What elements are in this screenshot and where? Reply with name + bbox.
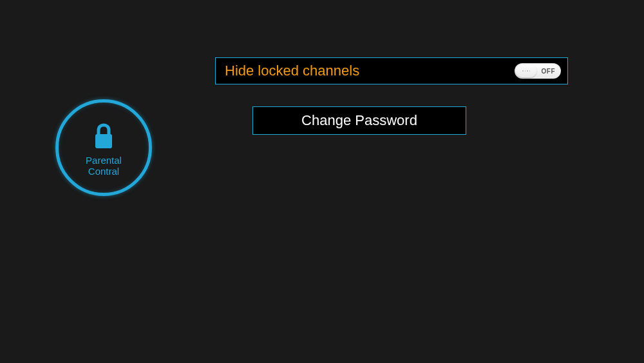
badge-title-line1: Parental	[86, 155, 122, 166]
change-password-button[interactable]: Change Password	[252, 106, 466, 135]
hide-locked-label: Hide locked channels	[225, 63, 359, 79]
toggle-knob	[516, 64, 536, 77]
badge-title: Parental Contral	[86, 155, 122, 177]
parental-control-badge: Parental Contral	[55, 99, 152, 196]
badge-title-line2: Contral	[88, 166, 119, 177]
lock-icon	[91, 123, 117, 151]
toggle-state-label: OFF	[542, 68, 556, 75]
badge-ring: Parental Contral	[55, 99, 152, 196]
change-password-label: Change Password	[301, 112, 417, 129]
hide-locked-channels-row[interactable]: Hide locked channels OFF	[215, 57, 568, 84]
svg-rect-0	[95, 134, 112, 148]
hide-locked-toggle[interactable]: OFF	[515, 63, 561, 79]
